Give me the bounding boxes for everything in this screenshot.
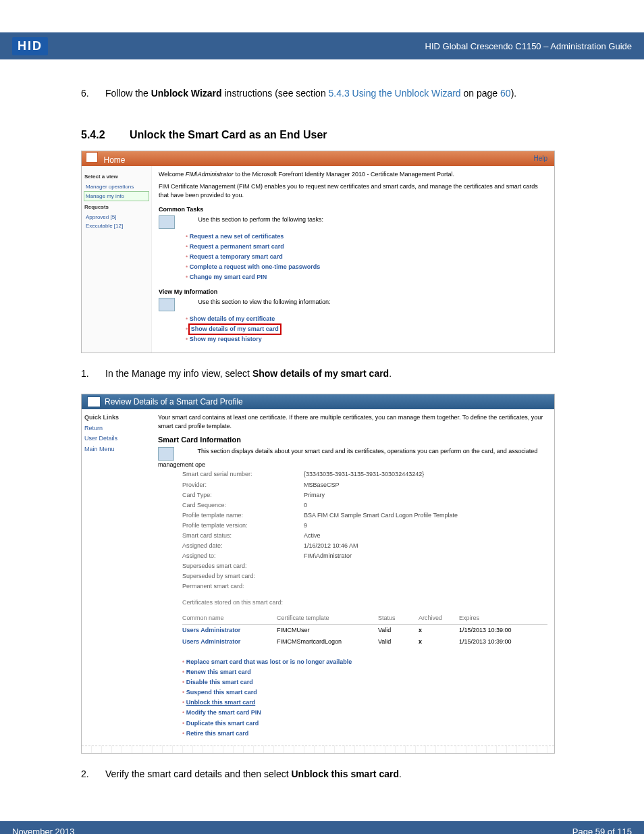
kv-assigned-to-k: Assigned to: [182,552,304,561]
step-6-text-pre: Follow the [105,88,151,99]
view-my-info-desc: Use this section to view the following i… [198,298,331,305]
ql-main-menu[interactable]: Main Menu [84,444,149,454]
kv-supersedes-v [304,562,547,571]
welcome-user: FIM\Administrator [186,171,234,178]
section-title: Unlock the Smart Card as an End User [130,129,327,140]
common-tasks-icon [159,215,175,229]
nav-group-select-view: Select a view [84,173,149,181]
screenshot-home: Home Help Select a view Manager operatio… [81,151,555,353]
vi-show-smart-card-details[interactable]: Show details of my smart card [186,324,547,334]
smart-card-kv-table: Smart card serial number:{33343035-3931-… [182,469,547,592]
welcome-post: to the Microsoft Forefront Identity Mana… [234,171,454,178]
cert-h-st: Status [378,614,419,623]
cert-table-header: Common name Certificate template Status … [182,613,547,625]
torn-edge [82,746,554,753]
footer-page: Page 59 of 115 [572,827,632,834]
vi-show-request-history[interactable]: Show my request history [186,334,547,344]
cert-r1-cn[interactable]: Users Administrator [182,637,277,646]
common-tasks-list: Request a new set of certificates Reques… [186,232,547,282]
footer-date: November 2013 [12,827,75,834]
kv-superseded-by-k: Superseded by smart card: [182,572,304,581]
cert-r1-ex: 1/15/2013 10:39:00 [459,637,533,646]
op-replace[interactable]: Replace smart card that was lost or is n… [182,657,547,667]
link-page-60[interactable]: 60 [500,88,511,99]
cert-r0-ex: 1/15/2013 10:39:00 [459,626,533,635]
cert-r1-tpl: FIMCMSmartcardLogon [277,637,378,646]
op-modify-pin[interactable]: Modify the smart card PIN [182,708,547,718]
page-footer: November 2013 Page 59 of 115 © 2013 HID … [0,821,644,834]
ql-return[interactable]: Return [84,423,149,434]
nav-approved[interactable]: Approved [5] [84,213,149,222]
nav-group-requests: Requests [84,203,149,211]
ct-request-new-certs[interactable]: Request a new set of certificates [186,232,547,242]
ct-request-permanent-card[interactable]: Request a permanent smart card [186,242,547,252]
step-2: 2. Verify the smart card details and the… [81,767,563,781]
ct-change-pin[interactable]: Change my smart card PIN [186,272,547,282]
step-1-number: 1. [81,367,93,380]
view-my-info-icon [159,298,175,311]
screenshot-review-details: Review Details of a Smart Card Profile Q… [81,394,555,753]
kv-permanent-k: Permanent smart card: [182,582,304,591]
home-left-nav: Select a view Manager operations Manage … [82,166,152,353]
step-2-text-end: . [399,768,402,779]
view-my-info-list: Show details of my certificate Show deta… [186,314,547,344]
kv-supersedes-k: Supersedes smart card: [182,562,304,571]
cert-r0-cn[interactable]: Users Administrator [182,626,277,635]
cert-r0-ar: x [419,626,459,635]
op-disable[interactable]: Disable this smart card [182,677,547,687]
op-renew[interactable]: Renew this smart card [182,667,547,677]
step-6-number: 6. [81,86,93,100]
ql-user-details[interactable]: User Details [84,434,149,444]
header-bar: HID HID Global Crescendo C1150 – Adminis… [0,32,644,59]
welcome-pre: Welcome [159,171,186,178]
kv-status-k: Smart card status: [182,531,304,540]
kv-ptname-v: BSA FIM CM Sample Smart Card Logon Profi… [304,511,547,520]
smart-card-info-desc: This section displays details about your… [158,448,537,468]
kv-cardseq-k: Card Sequence: [182,501,304,510]
ct-complete-otp-request[interactable]: Complete a request with one-time passwor… [186,262,547,272]
cert-r1-ar: x [419,637,459,646]
step-1: 1. In the Manage my info view, select Sh… [81,367,563,380]
kv-assigned-to-v: FIM\Administrator [304,552,547,561]
op-duplicate[interactable]: Duplicate this smart card [182,719,547,729]
ct-request-temp-card[interactable]: Request a temporary smart card [186,252,547,262]
cert-h-ar: Archived [419,614,459,623]
op-suspend[interactable]: Suspend this smart card [182,687,547,698]
op-unblock-link[interactable]: Unblock this smart card [186,699,256,706]
card-operations-list: Replace smart card that was lost or is n… [182,657,547,738]
cert-row: Users Administrator FIMCMUser Valid x 1/… [182,625,547,636]
home-topbar: Home Help [82,151,554,166]
op-retire[interactable]: Retire this smart card [182,729,547,739]
card-icon [87,396,101,407]
section-5-4-2-heading: 5.4.2Unlock the Smart Card as an End Use… [81,127,563,142]
nav-manager-operations[interactable]: Manager operations [84,182,149,192]
step-6-text-end: ). [511,88,517,99]
kv-ptver-v: 9 [304,521,547,530]
vi-show-cert-details[interactable]: Show details of my certificate [186,314,547,324]
kv-ptname-k: Profile template name: [182,511,304,520]
step-6-text-mid: instructions (see section [222,88,329,99]
home-label: Home [104,155,126,165]
op-unblock[interactable]: Unblock this smart card [182,698,547,708]
step-1-text-pre: In the Manage my info view, select [105,368,252,379]
home-icon [86,152,98,163]
review-left-nav: Quick Links Return User Details Main Men… [82,409,151,745]
help-link[interactable]: Help [533,154,547,164]
kv-provider-v: MSBaseCSP [304,481,547,490]
link-using-unblock-wizard[interactable]: 5.4.3 Using the Unblock Wizard [329,88,461,99]
cert-h-ex: Expires [459,614,533,623]
cert-table: Common name Certificate template Status … [182,613,547,648]
review-intro: Your smart card contains at least one ce… [158,413,547,431]
step-6-bold: Unblock Wizard [151,88,222,99]
logo: HID [0,32,48,59]
section-number: 5.4.2 [81,127,130,142]
cert-row: Users Administrator FIMCMSmartcardLogon … [182,636,547,648]
kv-provider-k: Provider: [182,481,304,490]
cert-r0-tpl: FIMCMUser [277,626,378,635]
kv-serial-v: {33343035-3931-3135-3931-303032443242} [304,470,547,479]
kv-cardseq-v: 0 [304,501,547,510]
smart-card-info-icon [158,447,174,461]
nav-executable[interactable]: Executable [12] [84,221,149,231]
nav-manage-my-info[interactable]: Manage my info [84,192,149,201]
kv-cardtype-v: Primary [304,491,547,500]
